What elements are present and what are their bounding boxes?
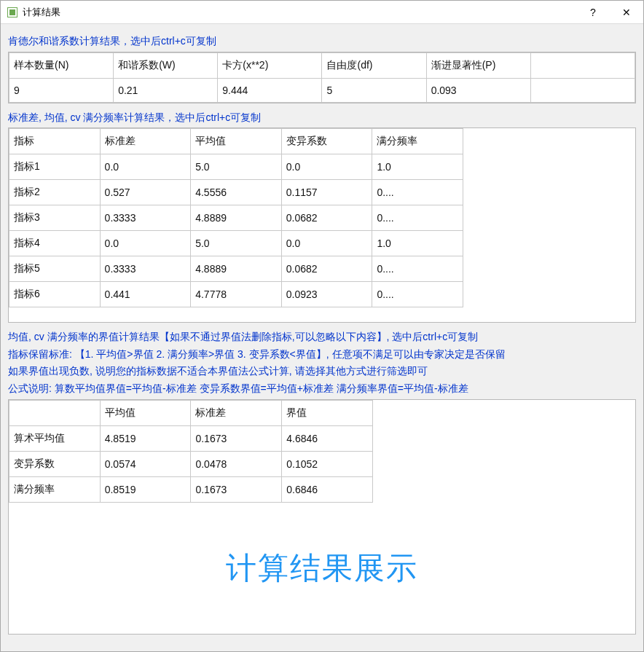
cell[interactable]: 变异系数 <box>9 451 101 476</box>
table-row[interactable]: 指标10.05.00.01.0 <box>9 154 463 180</box>
cell[interactable]: 0.0 <box>281 154 372 180</box>
help-icon: ? <box>590 7 596 18</box>
cell[interactable]: 指标6 <box>9 282 101 307</box>
cell[interactable]: 9 <box>9 78 114 102</box>
titlebar: 计算结果 ? ✕ <box>1 1 643 24</box>
cell[interactable]: 指标3 <box>9 205 101 231</box>
cell[interactable]: 指标5 <box>9 256 101 282</box>
cell[interactable]: 0.093 <box>426 78 530 102</box>
cell[interactable]: 0.0682 <box>281 205 372 231</box>
col-header[interactable]: 标准差 <box>191 400 282 425</box>
boundary-table[interactable]: 平均值 标准差 界值 算术平均值4.85190.16734.6846变异系数0.… <box>9 400 373 503</box>
cell[interactable]: 0.... <box>372 180 463 205</box>
cell[interactable]: 1.0 <box>372 231 463 256</box>
cell[interactable]: 5.0 <box>191 154 282 180</box>
cell[interactable]: 0.1052 <box>282 451 373 476</box>
cell[interactable]: 0.8519 <box>100 476 191 502</box>
cell[interactable]: 0.6846 <box>282 476 373 502</box>
col-header[interactable]: 自由度(df) <box>322 52 426 78</box>
boundary-note-3: 如果界值出现负数, 说明您的指标数据不适合本界值法公式计算, 请选择其他方式进行… <box>8 364 636 379</box>
cell[interactable]: 1.0 <box>372 154 463 180</box>
table-row[interactable]: 指标20.5274.55560.11570.... <box>9 180 463 205</box>
close-icon: ✕ <box>622 7 631 18</box>
stats-section-label: 标准差, 均值, cv 满分频率计算结果，选中后ctrl+c可复制 <box>8 111 636 125</box>
cell[interactable]: 指标1 <box>9 154 101 180</box>
cell[interactable]: 5.0 <box>191 231 282 256</box>
cell[interactable]: 4.5556 <box>191 180 282 205</box>
col-header[interactable]: 渐进显著性(P) <box>426 52 530 78</box>
cell[interactable]: 4.8519 <box>100 425 191 451</box>
content-area: 肯德尔和谐系数计算结果，选中后ctrl+c可复制 样本数量(N) 和谐系数(W)… <box>1 24 643 651</box>
cell[interactable]: 指标4 <box>9 231 101 256</box>
col-header[interactable]: 指标 <box>9 129 101 154</box>
display-banner-text: 计算结果展示 <box>226 548 418 589</box>
cell[interactable]: 4.7778 <box>191 282 282 307</box>
stats-table[interactable]: 指标 标准差 平均值 变异系数 满分频率 指标10.05.00.01.0指标20… <box>9 128 463 307</box>
results-window: 计算结果 ? ✕ 肯德尔和谐系数计算结果，选中后ctrl+c可复制 样本数量(N… <box>0 0 644 652</box>
cell-empty[interactable] <box>530 78 635 102</box>
col-header-empty[interactable] <box>9 400 101 425</box>
col-header-empty[interactable] <box>530 52 635 78</box>
table-row[interactable]: 指标40.05.00.01.0 <box>9 231 463 256</box>
col-header[interactable]: 卡方(x**2) <box>218 52 322 78</box>
stats-table-panel: 指标 标准差 平均值 变异系数 满分频率 指标10.05.00.01.0指标20… <box>8 127 636 323</box>
cell[interactable]: 满分频率 <box>9 476 101 502</box>
cell[interactable]: 0.21 <box>114 78 218 102</box>
cell[interactable]: 4.6846 <box>282 425 373 451</box>
cell[interactable]: 算术平均值 <box>9 425 101 451</box>
cell[interactable]: 0.527 <box>100 180 191 205</box>
cell[interactable]: 0.441 <box>100 282 191 307</box>
cell[interactable]: 0.0 <box>281 231 372 256</box>
cell[interactable]: 4.8889 <box>191 256 282 282</box>
cell[interactable]: 0.3333 <box>100 256 191 282</box>
col-header[interactable]: 变异系数 <box>281 129 372 154</box>
col-header[interactable]: 样本数量(N) <box>9 52 114 78</box>
cell[interactable]: 0.0 <box>100 231 191 256</box>
table-header-row: 平均值 标准差 界值 <box>9 400 373 425</box>
col-header[interactable]: 界值 <box>282 400 373 425</box>
cell[interactable]: 9.444 <box>218 78 322 102</box>
close-button[interactable]: ✕ <box>610 1 643 24</box>
table-header-row: 指标 标准差 平均值 变异系数 满分频率 <box>9 129 463 154</box>
cell[interactable]: 0.0574 <box>100 451 191 476</box>
cell[interactable]: 0.0 <box>100 154 191 180</box>
table-row[interactable]: 指标50.33334.88890.06820.... <box>9 256 463 282</box>
window-title: 计算结果 <box>23 6 576 19</box>
cell[interactable]: 指标2 <box>9 180 101 205</box>
cell[interactable]: 0.... <box>372 256 463 282</box>
kendall-table[interactable]: 样本数量(N) 和谐系数(W) 卡方(x**2) 自由度(df) 渐进显著性(P… <box>9 52 635 103</box>
col-header[interactable]: 标准差 <box>100 129 191 154</box>
col-header[interactable]: 满分频率 <box>372 129 463 154</box>
col-header[interactable]: 平均值 <box>100 400 191 425</box>
boundary-panel: 平均值 标准差 界值 算术平均值4.85190.16734.6846变异系数0.… <box>8 399 636 635</box>
cell[interactable]: 0.1673 <box>191 425 282 451</box>
cell[interactable]: 5 <box>322 78 426 102</box>
cell[interactable]: 0.0923 <box>281 282 372 307</box>
table-row[interactable]: 指标30.33334.88890.06820.... <box>9 205 463 231</box>
col-header[interactable]: 平均值 <box>191 129 282 154</box>
app-icon <box>7 7 18 18</box>
table-row[interactable]: 满分频率0.85190.16730.6846 <box>9 476 373 502</box>
cell[interactable]: 0.... <box>372 205 463 231</box>
boundary-note-1: 均值, cv 满分频率的界值计算结果【如果不通过界值法删除指标,可以忽略以下内容… <box>8 330 636 345</box>
kendall-section-label: 肯德尔和谐系数计算结果，选中后ctrl+c可复制 <box>8 34 636 49</box>
cell[interactable]: 0.3333 <box>100 205 191 231</box>
kendall-table-panel: 样本数量(N) 和谐系数(W) 卡方(x**2) 自由度(df) 渐进显著性(P… <box>8 52 636 103</box>
cell[interactable]: 0.1673 <box>191 476 282 502</box>
cell[interactable]: 0.... <box>372 282 463 307</box>
svg-rect-1 <box>9 9 15 15</box>
cell[interactable]: 0.1157 <box>281 180 372 205</box>
table-row[interactable]: 9 0.21 9.444 5 0.093 <box>9 78 635 102</box>
col-header[interactable]: 和谐系数(W) <box>114 52 218 78</box>
cell[interactable]: 4.8889 <box>191 205 282 231</box>
table-row[interactable]: 算术平均值4.85190.16734.6846 <box>9 425 373 451</box>
boundary-note-4: 公式说明: 算数平均值界值=平均值-标准差 变异系数界值=平均值+标准差 满分频… <box>8 382 636 396</box>
cell[interactable]: 0.0682 <box>281 256 372 282</box>
table-header-row: 样本数量(N) 和谐系数(W) 卡方(x**2) 自由度(df) 渐进显著性(P… <box>9 52 635 78</box>
table-row[interactable]: 指标60.4414.77780.09230.... <box>9 282 463 307</box>
help-button[interactable]: ? <box>576 1 610 24</box>
boundary-note-2: 指标保留标准: 【1. 平均值>界值 2. 满分频率>界值 3. 变异系数<界值… <box>8 347 636 362</box>
display-banner: 计算结果展示 <box>9 503 635 634</box>
table-row[interactable]: 变异系数0.05740.04780.1052 <box>9 451 373 476</box>
cell[interactable]: 0.0478 <box>191 451 282 476</box>
